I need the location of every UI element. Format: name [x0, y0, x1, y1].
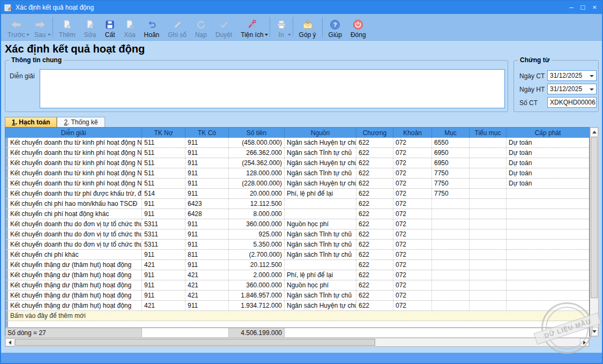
grid-cell[interactable]: 925.000 — [229, 229, 285, 239]
grid-cell[interactable]: 622 — [356, 270, 393, 280]
table-row[interactable]: Kết chuyển chi phí hoạt động khác9116428… — [5, 209, 589, 219]
grid-cell[interactable] — [507, 291, 589, 300]
grid-cell[interactable] — [470, 168, 507, 178]
grid-cell[interactable]: 360.000.000 — [229, 280, 285, 290]
grid-cell[interactable]: 911 — [142, 270, 185, 280]
grid-cell[interactable]: 072 — [393, 168, 432, 178]
toolbar-button-power-circle[interactable]: Đóng — [346, 14, 370, 40]
grid-cell[interactable]: 622 — [356, 250, 393, 259]
tab-1[interactable]: 1. Hạch toán — [5, 117, 57, 127]
grid-cell[interactable] — [432, 229, 470, 239]
grid-cell[interactable]: 622 — [356, 260, 393, 270]
grid-cell[interactable] — [507, 301, 589, 310]
grid-cell[interactable]: 2.000.000 — [229, 270, 285, 280]
grid-cell[interactable]: 622 — [356, 189, 393, 198]
grid-cell[interactable]: 811 — [185, 250, 229, 259]
table-row[interactable]: Kết chuyển thặng dư (thâm hụt) hoạt động… — [5, 270, 589, 280]
grid-cell[interactable]: 072 — [393, 179, 432, 188]
grid-cell[interactable]: Ngân sách Tỉnh tự chủ — [285, 240, 356, 249]
table-row[interactable]: Kết chuyển doanh thu do đơn vị tự tổ chứ… — [5, 219, 589, 229]
grid-cell[interactable]: Phí, lệ phí để lại — [285, 270, 356, 280]
horizontal-scroll-thumb[interactable] — [15, 339, 375, 346]
table-row[interactable]: Kết chuyển chi phí hao mòn/khấu hao TSCĐ… — [5, 199, 589, 209]
grid-cell[interactable]: 622 — [356, 158, 393, 168]
minimize-icon[interactable]: – — [569, 1, 573, 14]
grid-cell[interactable]: 622 — [356, 229, 393, 239]
grid-cell[interactable]: Kết chuyển thặng dư (thâm hụt) hoạt động — [8, 291, 142, 300]
grid-cell[interactable] — [432, 260, 470, 270]
grid-cell[interactable] — [470, 250, 507, 259]
grid-cell[interactable] — [507, 270, 589, 280]
scroll-left-button[interactable] — [5, 338, 14, 346]
grid-cell[interactable]: (2.700.000) — [229, 250, 285, 259]
vertical-scroll-thumb[interactable] — [591, 137, 598, 298]
column-header[interactable]: Khoản — [393, 128, 432, 138]
dien-giai-input[interactable] — [40, 69, 505, 108]
grid-cell[interactable]: 8.000.000 — [229, 209, 285, 219]
grid-cell[interactable]: Dự toán — [507, 148, 589, 158]
grid-cell[interactable]: 7750 — [432, 189, 470, 198]
grid-cell[interactable]: 1.934.712.000 — [229, 301, 285, 310]
grid-cell[interactable]: 622 — [356, 291, 393, 300]
grid-cell[interactable]: (458.000.000) — [229, 138, 285, 147]
toolbar-button-undo-arrow[interactable]: Hoãn — [140, 14, 164, 40]
grid-cell[interactable] — [507, 219, 589, 229]
grid-cell[interactable]: 511 — [142, 158, 185, 168]
table-row[interactable]: Kết chuyển doanh thu từ kinh phí hoạt độ… — [5, 168, 589, 179]
grid-cell[interactable] — [470, 179, 507, 188]
grid-cell[interactable] — [470, 229, 507, 239]
grid-cell[interactable]: 6428 — [185, 209, 229, 219]
grid-cell[interactable] — [470, 260, 507, 270]
grid-cell[interactable]: 911 — [142, 291, 185, 300]
grid-cell[interactable]: Nguồn học phí — [285, 219, 356, 229]
grid-cell[interactable] — [470, 270, 507, 280]
table-row[interactable]: Kết chuyển doanh thu do đơn vị tự tổ chứ… — [5, 240, 589, 250]
grid-cell[interactable]: 5.350.000 — [229, 240, 285, 249]
grid-cell[interactable]: Kết chuyển thặng dư (thâm hụt) hoạt động — [8, 280, 142, 290]
grid-cell[interactable]: Ngân sách Huyện tự chủ — [285, 158, 356, 168]
grid-cell[interactable]: 511 — [142, 179, 185, 188]
grid-cell[interactable] — [507, 229, 589, 239]
grid-cell[interactable]: 911 — [185, 240, 229, 249]
toolbar-button-help-circle[interactable]: ?Giúp — [324, 14, 346, 40]
grid-cell[interactable]: 622 — [356, 301, 393, 310]
grid-cell[interactable]: 421 — [142, 260, 185, 270]
grid-cell[interactable] — [432, 219, 470, 229]
chevron-down-icon[interactable] — [590, 88, 594, 91]
grid-cell[interactable]: 6550 — [432, 138, 470, 147]
grid-cell[interactable]: Kết chuyển chi phí khác — [8, 250, 142, 259]
grid-cell[interactable] — [432, 291, 470, 300]
grid-cell[interactable]: 12.112.500 — [229, 199, 285, 209]
grid-cell[interactable]: 421 — [185, 280, 229, 290]
table-row[interactable]: Kết chuyển doanh thu từ kinh phí hoạt độ… — [5, 148, 589, 158]
table-row[interactable]: Kết chuyển thặng dư (thâm hụt) hoạt động… — [5, 301, 589, 311]
grid-cell[interactable] — [285, 260, 356, 270]
table-row[interactable]: Kết chuyển doanh thu từ kinh phí hoạt độ… — [5, 158, 589, 168]
column-header[interactable]: TK Nợ — [142, 128, 185, 138]
grid-cell[interactable]: Ngân sách Huyện tự chủ — [285, 138, 356, 147]
grid-cell[interactable]: Ngân sách Tỉnh tự chủ — [285, 168, 356, 178]
scroll-right-button[interactable] — [580, 338, 589, 346]
grid-cell[interactable]: 911 — [185, 229, 229, 239]
grid-cell[interactable]: 421 — [185, 270, 229, 280]
grid-cell[interactable]: Kết chuyển doanh thu từ phí được khấu tr… — [8, 189, 142, 198]
grid-cell[interactable] — [507, 280, 589, 290]
grid-cell[interactable] — [507, 260, 589, 270]
grid-cell[interactable]: Dự toán — [507, 168, 589, 178]
grid-cell[interactable] — [470, 138, 507, 147]
grid-cell[interactable]: 622 — [356, 168, 393, 178]
tab-2[interactable]: 2. Thống kê — [57, 117, 105, 127]
grid-cell[interactable]: 6950 — [432, 148, 470, 158]
grid-cell[interactable]: 072 — [393, 199, 432, 209]
grid-cell[interactable]: Dự toán — [507, 138, 589, 147]
grid-cell[interactable] — [285, 209, 356, 219]
grid-cell[interactable]: 072 — [393, 301, 432, 310]
grid-cell[interactable]: 511 — [142, 138, 185, 147]
grid-cell[interactable] — [507, 199, 589, 209]
grid-cell[interactable] — [470, 209, 507, 219]
grid-cell[interactable]: 911 — [185, 301, 229, 310]
grid-cell[interactable]: 911 — [142, 250, 185, 259]
grid-cell[interactable] — [507, 250, 589, 259]
table-row[interactable]: Kết chuyển doanh thu từ kinh phí hoạt độ… — [5, 138, 589, 148]
grid-cell[interactable]: Kết chuyển doanh thu do đơn vị tự tổ chứ… — [8, 240, 142, 249]
